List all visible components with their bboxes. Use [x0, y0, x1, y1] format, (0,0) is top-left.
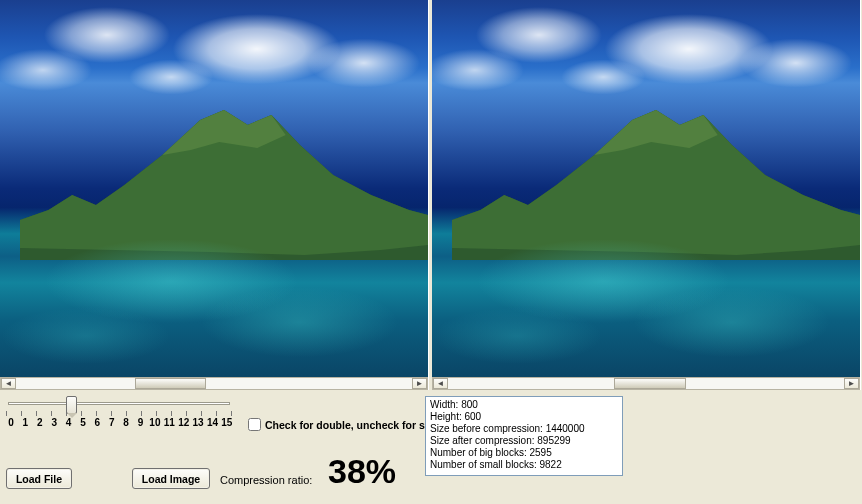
compression-ratio-value: 38% [328, 452, 396, 491]
checkbox-label: Check for double, uncheck for single [265, 419, 449, 431]
slider-track[interactable] [8, 402, 230, 405]
info-small-blocks: Number of small blocks: 9822 [430, 459, 618, 471]
original-image-pane: ◄ ► [0, 0, 429, 390]
slider-ticks [6, 411, 232, 416]
scroll-right-icon[interactable]: ► [844, 378, 859, 389]
scroll-track[interactable] [16, 378, 412, 389]
info-width: Width: 800 [430, 399, 618, 411]
info-size-after: Size after compression: 895299 [430, 435, 618, 447]
info-big-blocks: Number of big blocks: 2595 [430, 447, 618, 459]
original-scrollbar[interactable]: ◄ ► [0, 377, 428, 390]
compression-slider[interactable]: 0123456789101112131415 [4, 402, 234, 428]
images-row: ◄ ► ◄ ► [0, 0, 862, 390]
compression-ratio-label: Compression ratio: [220, 474, 312, 486]
slider-thumb[interactable] [66, 396, 77, 414]
slider-tick-labels: 0123456789101112131415 [4, 417, 234, 428]
info-size-before: Size before compression: 1440000 [430, 423, 618, 435]
scroll-right-icon[interactable]: ► [412, 378, 427, 389]
scroll-thumb[interactable] [135, 378, 206, 389]
compressed-image-pane: ◄ ► [432, 0, 861, 390]
scroll-thumb[interactable] [614, 378, 685, 389]
compressed-image [432, 0, 860, 377]
double-mode-checkbox[interactable] [248, 418, 261, 431]
scroll-left-icon[interactable]: ◄ [433, 378, 448, 389]
scroll-left-icon[interactable]: ◄ [1, 378, 16, 389]
compressed-scrollbar[interactable]: ◄ ► [432, 377, 860, 390]
info-height: Height: 600 [430, 411, 618, 423]
double-mode-checkbox-row[interactable]: Check for double, uncheck for single [248, 418, 449, 431]
scroll-track[interactable] [448, 378, 844, 389]
info-textbox[interactable]: Width: 800 Height: 600 Size before compr… [425, 396, 623, 476]
original-image [0, 0, 428, 377]
load-file-button[interactable]: Load File [6, 468, 72, 489]
controls-panel: 0123456789101112131415 Check for double,… [0, 390, 862, 504]
load-image-button[interactable]: Load Image [132, 468, 210, 489]
